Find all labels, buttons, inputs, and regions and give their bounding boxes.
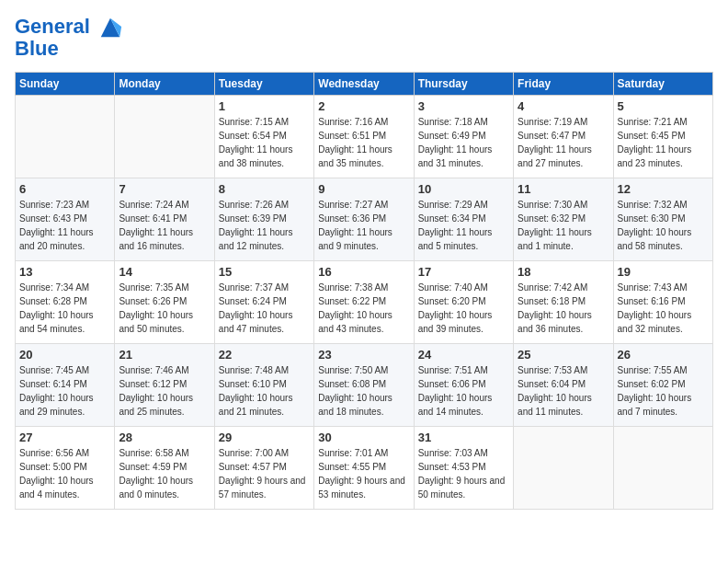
day-detail: Sunrise: 7:00 AMSunset: 4:57 PMDaylight:… bbox=[219, 446, 310, 501]
calendar-cell: 19 Sunrise: 7:43 AMSunset: 6:16 PMDaylig… bbox=[613, 261, 712, 344]
weekday-header-thursday: Thursday bbox=[414, 73, 513, 96]
calendar-cell: 4 Sunrise: 7:19 AMSunset: 6:47 PMDayligh… bbox=[514, 96, 613, 178]
calendar-cell: 7 Sunrise: 7:24 AMSunset: 6:41 PMDayligh… bbox=[115, 178, 214, 261]
day-number: 4 bbox=[518, 99, 609, 113]
day-number: 24 bbox=[418, 348, 509, 362]
page-header: General Blue bbox=[15, 15, 713, 61]
day-detail: Sunrise: 7:24 AMSunset: 6:41 PMDaylight:… bbox=[119, 198, 210, 253]
day-number: 3 bbox=[418, 99, 509, 113]
calendar-cell: 13 Sunrise: 7:34 AMSunset: 6:28 PMDaylig… bbox=[16, 261, 115, 344]
calendar-cell: 10 Sunrise: 7:29 AMSunset: 6:34 PMDaylig… bbox=[414, 178, 513, 261]
day-number: 31 bbox=[418, 431, 509, 444]
day-number: 29 bbox=[219, 431, 310, 444]
day-number: 15 bbox=[219, 265, 310, 279]
day-number: 11 bbox=[518, 182, 609, 196]
calendar-cell: 25 Sunrise: 7:53 AMSunset: 6:04 PMDaylig… bbox=[514, 344, 613, 427]
day-number: 20 bbox=[19, 348, 110, 362]
day-detail: Sunrise: 7:35 AMSunset: 6:26 PMDaylight:… bbox=[119, 281, 210, 336]
day-detail: Sunrise: 7:46 AMSunset: 6:12 PMDaylight:… bbox=[119, 363, 210, 419]
day-detail: Sunrise: 7:23 AMSunset: 6:43 PMDaylight:… bbox=[19, 198, 110, 253]
calendar-week-1: 1 Sunrise: 7:15 AMSunset: 6:54 PMDayligh… bbox=[16, 96, 713, 178]
calendar-cell bbox=[514, 427, 613, 510]
day-number: 10 bbox=[418, 182, 509, 196]
day-number: 19 bbox=[618, 265, 709, 279]
calendar-cell: 3 Sunrise: 7:18 AMSunset: 6:49 PMDayligh… bbox=[414, 96, 513, 178]
day-detail: Sunrise: 7:45 AMSunset: 6:14 PMDaylight:… bbox=[19, 363, 110, 419]
day-detail: Sunrise: 7:38 AMSunset: 6:22 PMDaylight:… bbox=[318, 281, 409, 336]
calendar-cell: 29 Sunrise: 7:00 AMSunset: 4:57 PMDaylig… bbox=[214, 427, 313, 510]
calendar-table: SundayMondayTuesdayWednesdayThursdayFrid… bbox=[15, 72, 713, 510]
weekday-header-sunday: Sunday bbox=[16, 73, 115, 96]
day-number: 7 bbox=[119, 182, 210, 196]
day-number: 8 bbox=[219, 182, 310, 196]
day-detail: Sunrise: 7:34 AMSunset: 6:28 PMDaylight:… bbox=[19, 281, 110, 336]
calendar-cell bbox=[115, 96, 214, 178]
day-detail: Sunrise: 7:27 AMSunset: 6:36 PMDaylight:… bbox=[318, 198, 409, 253]
calendar-week-3: 13 Sunrise: 7:34 AMSunset: 6:28 PMDaylig… bbox=[16, 261, 713, 344]
day-detail: Sunrise: 7:21 AMSunset: 6:45 PMDaylight:… bbox=[618, 115, 709, 170]
calendar-cell: 24 Sunrise: 7:51 AMSunset: 6:06 PMDaylig… bbox=[414, 344, 513, 427]
calendar-cell: 11 Sunrise: 7:30 AMSunset: 6:32 PMDaylig… bbox=[514, 178, 613, 261]
weekday-header-saturday: Saturday bbox=[613, 73, 712, 96]
calendar-cell: 26 Sunrise: 7:55 AMSunset: 6:02 PMDaylig… bbox=[613, 344, 712, 427]
calendar-week-2: 6 Sunrise: 7:23 AMSunset: 6:43 PMDayligh… bbox=[16, 178, 713, 261]
weekday-header-tuesday: Tuesday bbox=[214, 73, 313, 96]
day-detail: Sunrise: 7:51 AMSunset: 6:06 PMDaylight:… bbox=[418, 363, 509, 419]
calendar-cell: 1 Sunrise: 7:15 AMSunset: 6:54 PMDayligh… bbox=[214, 96, 313, 178]
day-number: 28 bbox=[119, 431, 210, 444]
calendar-cell: 8 Sunrise: 7:26 AMSunset: 6:39 PMDayligh… bbox=[214, 178, 313, 261]
day-number: 16 bbox=[318, 265, 409, 279]
day-detail: Sunrise: 7:40 AMSunset: 6:20 PMDaylight:… bbox=[418, 281, 509, 336]
calendar-cell: 17 Sunrise: 7:40 AMSunset: 6:20 PMDaylig… bbox=[414, 261, 513, 344]
day-number: 30 bbox=[318, 431, 409, 444]
calendar-cell: 6 Sunrise: 7:23 AMSunset: 6:43 PMDayligh… bbox=[16, 178, 115, 261]
day-number: 25 bbox=[518, 348, 609, 362]
day-detail: Sunrise: 6:58 AMSunset: 4:59 PMDaylight:… bbox=[119, 446, 210, 501]
calendar-cell: 14 Sunrise: 7:35 AMSunset: 6:26 PMDaylig… bbox=[115, 261, 214, 344]
day-number: 1 bbox=[219, 99, 310, 113]
weekday-header-monday: Monday bbox=[115, 73, 214, 96]
day-detail: Sunrise: 7:15 AMSunset: 6:54 PMDaylight:… bbox=[219, 115, 310, 170]
calendar-cell: 30 Sunrise: 7:01 AMSunset: 4:55 PMDaylig… bbox=[314, 427, 414, 510]
calendar-week-4: 20 Sunrise: 7:45 AMSunset: 6:14 PMDaylig… bbox=[16, 344, 713, 427]
day-number: 18 bbox=[518, 265, 609, 279]
day-number: 9 bbox=[318, 182, 409, 196]
calendar-cell: 15 Sunrise: 7:37 AMSunset: 6:24 PMDaylig… bbox=[214, 261, 313, 344]
day-number: 2 bbox=[318, 99, 409, 113]
weekday-header-friday: Friday bbox=[514, 73, 613, 96]
day-detail: Sunrise: 7:48 AMSunset: 6:10 PMDaylight:… bbox=[219, 363, 310, 419]
calendar-week-5: 27 Sunrise: 6:56 AMSunset: 5:00 PMDaylig… bbox=[16, 427, 713, 510]
calendar-cell bbox=[16, 96, 115, 178]
day-detail: Sunrise: 7:26 AMSunset: 6:39 PMDaylight:… bbox=[219, 198, 310, 253]
day-detail: Sunrise: 7:19 AMSunset: 6:47 PMDaylight:… bbox=[518, 115, 609, 170]
day-number: 5 bbox=[618, 99, 709, 113]
calendar-cell: 9 Sunrise: 7:27 AMSunset: 6:36 PMDayligh… bbox=[314, 178, 414, 261]
day-detail: Sunrise: 7:01 AMSunset: 4:55 PMDaylight:… bbox=[318, 446, 409, 501]
day-number: 14 bbox=[119, 265, 210, 279]
day-number: 23 bbox=[318, 348, 409, 362]
calendar-cell: 12 Sunrise: 7:32 AMSunset: 6:30 PMDaylig… bbox=[613, 178, 712, 261]
day-detail: Sunrise: 7:37 AMSunset: 6:24 PMDaylight:… bbox=[219, 281, 310, 336]
day-detail: Sunrise: 7:03 AMSunset: 4:53 PMDaylight:… bbox=[418, 446, 509, 501]
day-detail: Sunrise: 7:42 AMSunset: 6:18 PMDaylight:… bbox=[518, 281, 609, 336]
day-detail: Sunrise: 7:55 AMSunset: 6:02 PMDaylight:… bbox=[618, 363, 709, 419]
calendar-cell: 18 Sunrise: 7:42 AMSunset: 6:18 PMDaylig… bbox=[514, 261, 613, 344]
logo: General Blue bbox=[15, 15, 123, 61]
day-number: 6 bbox=[19, 182, 110, 196]
day-detail: Sunrise: 7:16 AMSunset: 6:51 PMDaylight:… bbox=[318, 115, 409, 170]
calendar-cell: 20 Sunrise: 7:45 AMSunset: 6:14 PMDaylig… bbox=[16, 344, 115, 427]
calendar-cell: 5 Sunrise: 7:21 AMSunset: 6:45 PMDayligh… bbox=[613, 96, 712, 178]
day-number: 27 bbox=[19, 431, 110, 444]
day-number: 17 bbox=[418, 265, 509, 279]
calendar-cell: 31 Sunrise: 7:03 AMSunset: 4:53 PMDaylig… bbox=[414, 427, 513, 510]
day-detail: Sunrise: 6:56 AMSunset: 5:00 PMDaylight:… bbox=[19, 446, 110, 501]
day-detail: Sunrise: 7:30 AMSunset: 6:32 PMDaylight:… bbox=[518, 198, 609, 253]
day-number: 12 bbox=[618, 182, 709, 196]
day-detail: Sunrise: 7:29 AMSunset: 6:34 PMDaylight:… bbox=[418, 198, 509, 253]
day-detail: Sunrise: 7:50 AMSunset: 6:08 PMDaylight:… bbox=[318, 363, 409, 419]
day-detail: Sunrise: 7:53 AMSunset: 6:04 PMDaylight:… bbox=[518, 363, 609, 419]
calendar-cell: 27 Sunrise: 6:56 AMSunset: 5:00 PMDaylig… bbox=[16, 427, 115, 510]
day-detail: Sunrise: 7:43 AMSunset: 6:16 PMDaylight:… bbox=[618, 281, 709, 336]
weekday-header-wednesday: Wednesday bbox=[314, 73, 414, 96]
calendar-cell: 28 Sunrise: 6:58 AMSunset: 4:59 PMDaylig… bbox=[115, 427, 214, 510]
